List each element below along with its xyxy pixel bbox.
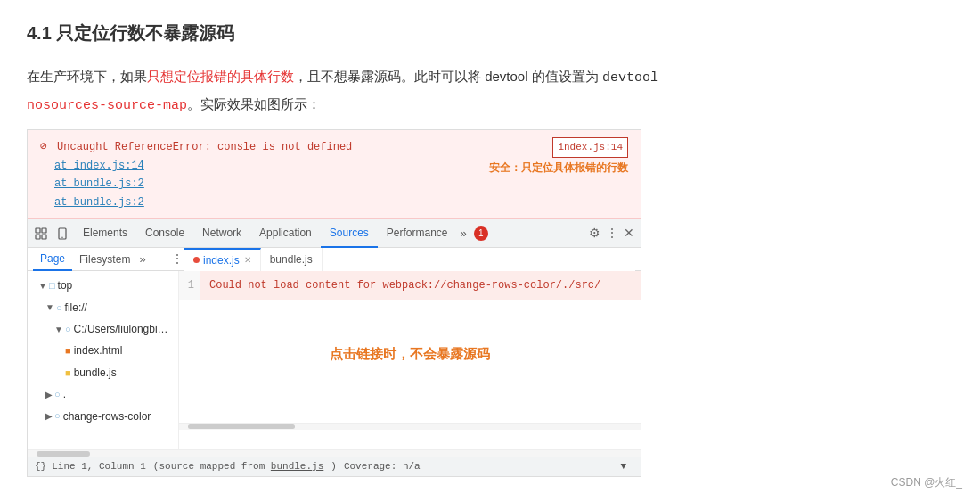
subtab-filesystem-label: Filesystem	[79, 253, 130, 266]
tree-item-top[interactable]: ▼ □ top	[28, 275, 178, 296]
subtab-page[interactable]: Page	[33, 248, 72, 271]
subtab-more-btn[interactable]: »	[139, 250, 145, 269]
desc-middle: ，且不想暴露源码。此时可以将 devtool 的值设置为	[294, 69, 599, 84]
filetab-indexjs-label: index.js	[203, 251, 240, 269]
filetab-bundlejs[interactable]: bundle.js	[261, 248, 323, 271]
arrow-dot: ▶	[45, 387, 53, 402]
tree-label-file: file://	[65, 299, 87, 317]
tree-label-top: top	[58, 276, 73, 294]
settings-icon[interactable]: ⚙	[586, 223, 603, 244]
tab-performance-label: Performance	[387, 224, 448, 242]
tab-more-btn[interactable]: »	[457, 220, 470, 247]
safety-label: 安全：只定位具体报错的行数	[489, 159, 628, 177]
tab-application[interactable]: Application	[250, 219, 321, 248]
scrollbar-thumb	[188, 424, 295, 429]
modified-dot	[193, 257, 200, 263]
desc-highlight: 只想定位报错的具体行数	[147, 69, 294, 84]
folder-icon-change-rows: ○	[54, 407, 61, 424]
folder-icon-file: ○	[56, 300, 62, 317]
tab-sources-label: Sources	[330, 224, 369, 242]
tab-performance[interactable]: Performance	[378, 219, 457, 248]
tree-label-indexhtml: index.html	[74, 342, 123, 359]
tab-sources[interactable]: Sources	[321, 219, 378, 248]
more-options-icon[interactable]: ⋮	[603, 223, 621, 244]
error-link-3[interactable]: at bundle.js:2	[54, 196, 144, 209]
tree-label-dot: .	[63, 385, 66, 403]
error-link-1[interactable]: at index.js:14	[54, 160, 144, 172]
main-bottom-scrollbar[interactable]	[28, 449, 641, 457]
source-mapped: (source mapped from bundle.js)	[153, 458, 337, 475]
tree-label-bundlejs: bundle.js	[74, 364, 117, 382]
line-col: Line 1, Column 1	[52, 458, 146, 475]
folder-icon-path: ○	[65, 321, 71, 338]
svg-rect-3	[42, 235, 46, 239]
html-file-icon: ■	[65, 342, 71, 359]
devtools-tabbar: Elements Console Network Application Sou…	[28, 219, 641, 248]
tab-console[interactable]: Console	[136, 219, 193, 248]
tree-item-indexhtml[interactable]: ■ index.html	[28, 340, 178, 361]
csdn-watermark: CSDN @火红_	[891, 473, 962, 491]
arrow-top: ▼	[38, 278, 47, 293]
svg-rect-2	[36, 235, 40, 239]
coverage: Coverage: n/a	[344, 458, 421, 475]
filetab-indexjs[interactable]: index.js ✕	[184, 248, 261, 271]
inspect-icon-btn[interactable]	[31, 224, 51, 243]
tree-item-path[interactable]: ▼ ○ C:/Users/liulongbin/Desktop/vu	[28, 318, 178, 340]
page-title: 4.1 只定位行数不暴露源码	[27, 18, 953, 48]
device-icon-btn[interactable]	[53, 224, 72, 243]
filetabs-bar: index.js ✕ bundle.js	[184, 248, 635, 271]
folder-icon-top: □	[49, 277, 55, 294]
filetab-bundlejs-label: bundle.js	[270, 251, 313, 268]
subtab-menu-icon[interactable]: ⋮	[171, 249, 184, 270]
curly-braces-icon[interactable]: {}	[35, 458, 46, 475]
tree-item-change-rows[interactable]: ▶ ○ change-rows-color	[28, 406, 178, 427]
error-text-line1: Uncaught ReferenceError: consle is not d…	[57, 141, 352, 153]
arrow-change-rows: ▶	[45, 408, 53, 424]
close-devtools-icon[interactable]: ✕	[621, 223, 637, 244]
code-horizontal-scrollbar[interactable]	[179, 423, 641, 430]
error-panel: ⊘ Uncaught ReferenceError: consle is not…	[28, 130, 641, 219]
subtab-page-label: Page	[40, 252, 65, 265]
tree-label-change-rows: change-rows-color	[63, 407, 151, 425]
file-tree: ▼ □ top ▼ ○ file:// ▼ ○ C:/Users/liulong…	[28, 271, 179, 449]
description: 在生产环境下，如果只想定位报错的具体行数，且不想暴露源码。此时可以将 devto…	[27, 64, 953, 119]
subtab-filesystem[interactable]: Filesystem	[72, 249, 137, 270]
tab-console-label: Console	[145, 224, 184, 242]
js-file-icon-bundle: ■	[65, 365, 71, 382]
arrow-path: ▼	[54, 322, 63, 337]
filetab-close-icon[interactable]: ✕	[244, 252, 251, 267]
tab-network-label: Network	[202, 224, 241, 242]
desc-before: 在生产环境下，如果	[27, 69, 147, 84]
tree-item-file[interactable]: ▼ ○ file://	[28, 297, 178, 318]
devtool-keyword: devtool	[602, 70, 658, 86]
status-bar: {} Line 1, Column 1 (source mapped from …	[28, 457, 641, 476]
tab-elements-label: Elements	[83, 224, 127, 242]
main-scrollbar-thumb	[37, 451, 90, 457]
svg-rect-1	[42, 228, 46, 233]
error-msg-code: Could not load content for webpack://cha…	[200, 271, 641, 300]
code-area: 1 Could not load content for webpack://c…	[179, 271, 641, 449]
error-line1: ⊘ Uncaught ReferenceError: consle is not…	[40, 137, 628, 157]
desc-after: 。实际效果如图所示：	[187, 96, 321, 111]
tab-elements[interactable]: Elements	[74, 219, 136, 248]
bundle-link[interactable]: bundle.js	[271, 461, 323, 472]
main-split: ▼ □ top ▼ ○ file:// ▼ ○ C:/Users/liulong…	[28, 271, 641, 449]
folder-icon-dot: ○	[54, 386, 61, 403]
tab-application-label: Application	[259, 224, 312, 242]
error-badge: 1	[474, 226, 488, 241]
tab-network[interactable]: Network	[193, 219, 250, 248]
subtabs-bar: Page Filesystem » ⋮ index.js ✕ bundle.js	[28, 248, 641, 271]
svg-rect-0	[36, 228, 40, 233]
error-line3: at bundle.js:2	[40, 175, 628, 193]
error-line4: at bundle.js:2	[40, 193, 628, 211]
no-source-annotation: 点击链接时，不会暴露源码	[179, 300, 641, 407]
index-badge: index.js:14	[552, 137, 628, 158]
tree-item-dot[interactable]: ▶ ○ .	[28, 383, 178, 405]
tree-label-path: C:/Users/liulongbin/Desktop/vu	[74, 320, 171, 338]
tree-item-bundlejs[interactable]: ■ bundle.js	[28, 362, 178, 383]
status-arrow-down[interactable]: ▼	[620, 458, 626, 475]
error-icon: ⊘	[40, 140, 47, 153]
nosources-code: nosources-source-map	[27, 98, 187, 113]
error-link-2[interactable]: at bundle.js:2	[54, 177, 144, 190]
arrow-file: ▼	[45, 300, 54, 315]
